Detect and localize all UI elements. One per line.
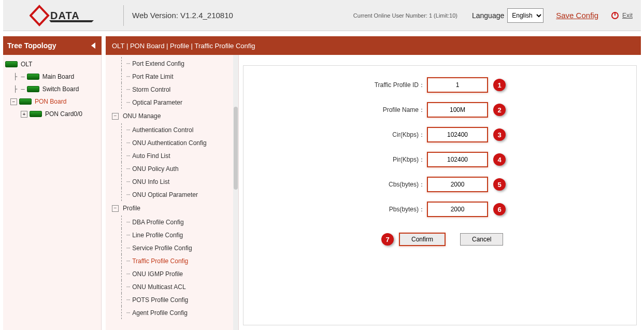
expand-box-icon[interactable]: + — [21, 111, 27, 118]
input-traffic-profile-id[interactable] — [427, 77, 488, 93]
step-badge-4: 4 — [493, 153, 506, 166]
breadcrumb-olt[interactable]: OLT — [112, 42, 124, 50]
tree-title: Tree Topology — [7, 41, 56, 50]
collapse-box-icon[interactable]: − — [112, 113, 119, 120]
label-pir: Pir(Kbps)： — [244, 155, 427, 164]
field-row-cir: Cir(Kbps)： 3 — [244, 127, 636, 142]
brand-logo: DATA — [11, 3, 115, 28]
vertical-divider — [123, 5, 124, 26]
board-icon — [27, 86, 39, 92]
device-icon — [5, 61, 18, 67]
step-badge-5: 5 — [493, 178, 506, 191]
card-icon — [30, 111, 42, 117]
breadcrumb-pon-board[interactable]: PON Board — [130, 42, 164, 50]
language-select[interactable]: English — [507, 8, 543, 23]
cdata-logo-icon: DATA — [30, 3, 97, 28]
tree-header[interactable]: Tree Topology — [3, 36, 102, 55]
snav-item-line-profile-config[interactable]: ┄Line Profile Config — [106, 228, 233, 241]
snav-item-onu-policy-auth[interactable]: ┄ONU Policy Auth — [106, 162, 233, 175]
svg-marker-2 — [49, 20, 94, 22]
snav-item-auto-find-list[interactable]: ┄Auto Find List — [106, 149, 233, 162]
input-cbs[interactable] — [427, 177, 488, 192]
collapse-box-icon[interactable]: − — [112, 205, 119, 212]
snav-item-onu-authentication-config[interactable]: ┄ONU Authentication Config — [106, 136, 233, 149]
top-bar: DATA Web Version: V1.2.4_210810 Current … — [3, 0, 641, 31]
tree-panel: Tree Topology OLT ├ – Main Board ├ – — [3, 36, 102, 330]
snav-item-traffic-profile-config[interactable]: ┄Traffic Profile Config — [106, 254, 233, 267]
form-panel: Traffic Profile ID： 1 Profile Name： 2 Ci… — [239, 55, 641, 330]
input-pbs[interactable] — [427, 202, 488, 217]
svg-marker-5 — [91, 42, 95, 49]
snav-item-optical-parameter[interactable]: ┄Optical Parameter — [106, 96, 233, 109]
secondary-nav: ┄Port Extend Config ┄Port Rate Limit ┄St… — [106, 55, 239, 330]
field-row-cbs: Cbs(bytes)： 5 — [244, 177, 636, 192]
snav-item-service-profile-config[interactable]: ┄Service Profile Config — [106, 241, 233, 254]
snav-item-port-extend-config[interactable]: ┄Port Extend Config — [106, 57, 233, 70]
tree-body: OLT ├ – Main Board ├ – Switch Board − PO… — [3, 55, 102, 330]
snav-item-authentication-control[interactable]: ┄Authentication Control — [106, 123, 233, 136]
step-badge-3: 3 — [493, 128, 506, 141]
input-profile-name[interactable] — [427, 102, 488, 118]
snav-item-onu-info-list[interactable]: ┄ONU Info List — [106, 175, 233, 188]
web-version-label: Web Version: V1.2.4_210810 — [132, 11, 233, 20]
scrollbar-thumb[interactable] — [234, 107, 238, 190]
traffic-profile-form: Traffic Profile ID： 1 Profile Name： 2 Ci… — [243, 65, 637, 325]
exit-button[interactable]: Exit — [611, 11, 633, 20]
online-user-count: Current Online User Number: 1 (Limit:10) — [353, 12, 457, 19]
svg-text:DATA: DATA — [50, 10, 80, 21]
tree-node-pon-card0-0[interactable]: + PON Card0/0 — [5, 108, 99, 120]
input-cir[interactable] — [427, 127, 488, 142]
snav-group-onu-manage[interactable]: −ONU Manage — [106, 109, 233, 123]
breadcrumb-profile[interactable]: Profile — [170, 42, 189, 50]
tree-node-switch-board[interactable]: ├ – Switch Board — [5, 83, 99, 95]
snav-item-onu-optical-parameter[interactable]: ┄ONU Optical Parameter — [106, 188, 233, 201]
tree-node-olt[interactable]: OLT — [5, 58, 99, 70]
power-icon — [611, 11, 619, 20]
step-badge-1: 1 — [493, 79, 506, 91]
breadcrumb-traffic-profile-config[interactable]: Traffic Profile Config — [195, 42, 255, 50]
cancel-button[interactable]: Cancel — [460, 233, 503, 246]
field-row-profile-name: Profile Name： 2 — [244, 102, 636, 118]
label-profile-name: Profile Name： — [244, 106, 427, 114]
field-row-pbs: Pbs(bytes)： 6 — [244, 202, 636, 217]
secondary-nav-scrollbar[interactable] — [233, 55, 238, 330]
board-icon — [19, 98, 32, 105]
input-pir[interactable] — [427, 152, 488, 167]
snav-item-port-rate-limit[interactable]: ┄Port Rate Limit — [106, 70, 233, 83]
snav-item-dba-profile-config[interactable]: ┄DBA Profile Config — [106, 216, 233, 228]
snav-item-pots-profile-config[interactable]: ┄POTS Profile Config — [106, 293, 233, 306]
save-config-link[interactable]: Save Config — [556, 11, 598, 20]
language-label: Language — [472, 11, 504, 20]
tree-node-pon-board[interactable]: − PON Board — [5, 95, 99, 108]
snav-item-onu-igmp-profile[interactable]: ┄ONU IGMP Profile — [106, 267, 233, 280]
label-traffic-profile-id: Traffic Profile ID： — [244, 81, 427, 90]
snav-item-storm-control[interactable]: ┄Storm Control — [106, 83, 233, 96]
snav-item-onu-multicast-acl[interactable]: ┄ONU Multicast ACL — [106, 280, 233, 293]
button-row: 7 Confirm Cancel — [244, 233, 636, 246]
exit-label: Exit — [622, 12, 633, 19]
step-badge-2: 2 — [493, 104, 506, 116]
field-row-traffic-profile-id: Traffic Profile ID： 1 — [244, 77, 636, 93]
step-badge-6: 6 — [493, 203, 506, 216]
breadcrumb: OLT | PON Board | Profile | Traffic Prof… — [106, 36, 641, 55]
tree-node-main-board[interactable]: ├ – Main Board — [5, 70, 99, 83]
board-icon — [27, 74, 39, 80]
collapse-left-icon — [90, 42, 97, 49]
label-cbs: Cbs(bytes)： — [244, 180, 427, 189]
label-cir: Cir(Kbps)： — [244, 131, 427, 139]
step-badge-7: 7 — [381, 233, 394, 246]
field-row-pir: Pir(Kbps)： 4 — [244, 152, 636, 167]
confirm-button[interactable]: Confirm — [399, 233, 446, 246]
label-pbs: Pbs(bytes)： — [244, 205, 427, 214]
svg-marker-0 — [31, 6, 48, 25]
collapse-box-icon[interactable]: − — [10, 98, 17, 105]
content-panel: OLT | PON Board | Profile | Traffic Prof… — [106, 36, 641, 330]
snav-item-agent-profile-config[interactable]: ┄Agent Profile Config — [106, 306, 233, 319]
snav-group-profile[interactable]: −Profile — [106, 201, 233, 216]
